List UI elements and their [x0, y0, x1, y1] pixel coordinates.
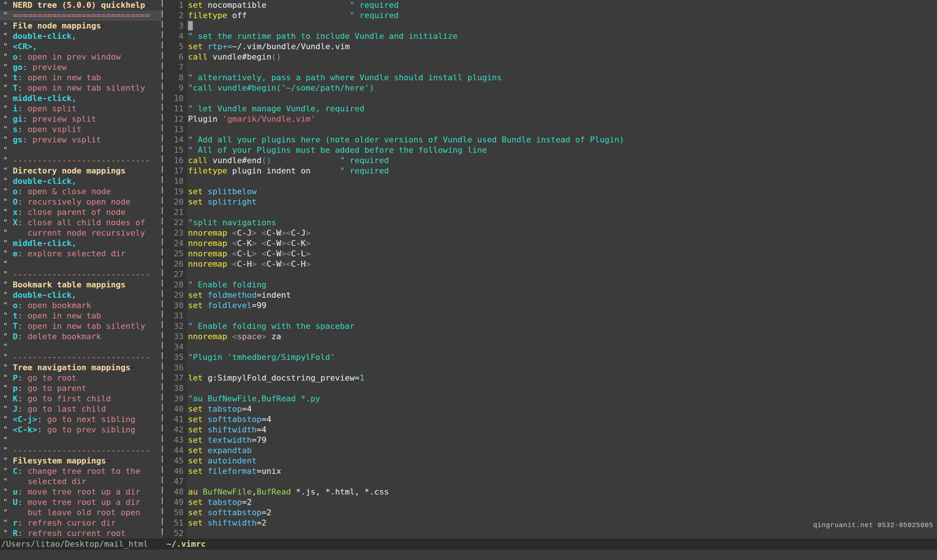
- nerdtree-help-line[interactable]: " File node mappings~: [0, 21, 162, 31]
- nerdtree-help-line[interactable]: " but leave old root open: [0, 508, 162, 518]
- nerdtree-help-line[interactable]: ": [0, 259, 162, 269]
- nerdtree-help-line[interactable]: " Bookmark table mappings~: [0, 280, 162, 290]
- code-line[interactable]: 18: [163, 176, 937, 186]
- code-line[interactable]: 21: [163, 207, 937, 217]
- nerdtree-help-line[interactable]: " <CR>,: [0, 42, 162, 52]
- code-line[interactable]: 35"Plugin 'tmhedberg/SimpylFold': [163, 352, 937, 363]
- nerdtree-help-line[interactable]: ": [0, 145, 162, 155]
- code-line[interactable]: 28" Enable folding: [163, 280, 937, 290]
- nerdtree-help-line[interactable]: " middle-click,: [0, 238, 162, 249]
- code-line[interactable]: 7: [163, 62, 937, 72]
- code-line[interactable]: 25nnoremap <C-L> <C-W><C-L>: [163, 249, 937, 259]
- code-line[interactable]: 38: [163, 383, 937, 394]
- code-line[interactable]: 9"call vundle#begin('~/some/path/here'): [163, 83, 937, 93]
- code-line[interactable]: 24nnoremap <C-K> <C-W><C-K>: [163, 238, 937, 249]
- code-line[interactable]: 23nnoremap <C-J> <C-W><C-J>: [163, 228, 937, 238]
- code-line[interactable]: 5set rtp+=~/.vim/bundle/Vundle.vim: [163, 42, 937, 52]
- code-line[interactable]: 6call vundle#begin(): [163, 52, 937, 62]
- nerdtree-help-line[interactable]: " o: open bookmark: [0, 300, 162, 311]
- nerdtree-help-line[interactable]: " s: open vsplit: [0, 124, 162, 135]
- nerdtree-help-line[interactable]: " p: go to parent: [0, 383, 162, 394]
- nerdtree-help-line[interactable]: " u: move tree root up a dir: [0, 487, 162, 497]
- code-line[interactable]: 27: [163, 269, 937, 280]
- code-line[interactable]: 20set splitright: [163, 197, 937, 207]
- code-line[interactable]: 22"split navigations: [163, 217, 937, 228]
- nerdtree-help-line[interactable]: " K: go to first child: [0, 394, 162, 404]
- nerdtree-help-line[interactable]: " gs: preview vsplit: [0, 135, 162, 145]
- code-line[interactable]: 26nnoremap <C-H> <C-W><C-H>: [163, 259, 937, 269]
- nerdtree-help-line[interactable]: " <C-j>: go to next sibling: [0, 414, 162, 425]
- nerdtree-help-line[interactable]: " double-click,: [0, 176, 162, 186]
- nerdtree-help-line[interactable]: ": [0, 435, 162, 445]
- code-line[interactable]: 42set shiftwidth=4: [163, 425, 937, 435]
- nerdtree-help-line[interactable]: " i: open split: [0, 103, 162, 114]
- nerdtree-help-line[interactable]: " double-click,: [0, 31, 162, 42]
- nerdtree-help-line[interactable]: " J: go to last child: [0, 404, 162, 414]
- nerdtree-help-line[interactable]: " x: close parent of node: [0, 207, 162, 217]
- code-line[interactable]: 37let g:SimpylFold_docstring_preview=1: [163, 373, 937, 383]
- nerdtree-help-line[interactable]: " selected dir: [0, 476, 162, 487]
- code-line[interactable]: 41set softtabstop=4: [163, 414, 937, 425]
- code-line[interactable]: 48au BufNewFile,BufRead *.js, *.html, *.…: [163, 487, 937, 497]
- code-line[interactable]: 10: [163, 93, 937, 103]
- nerdtree-help-line[interactable]: " r: refresh cursor dir: [0, 518, 162, 528]
- nerdtree-help-line[interactable]: " e: explore selected dir: [0, 249, 162, 259]
- code-line[interactable]: 11" let Vundle manage Vundle, required: [163, 103, 937, 114]
- code-line[interactable]: 14" Add all your plugins here (note olde…: [163, 135, 937, 145]
- code-line[interactable]: 44set expandtab: [163, 445, 937, 456]
- nerdtree-help-line[interactable]: " ----------------------------: [0, 269, 162, 280]
- code-line[interactable]: 45set autoindent: [163, 456, 937, 466]
- code-line[interactable]: 36: [163, 363, 937, 373]
- code-line[interactable]: 49set tabstop=2: [163, 497, 937, 508]
- code-line[interactable]: 1set nocompatible " required: [163, 0, 937, 10]
- code-line[interactable]: 50set softtabstop=2: [163, 508, 937, 518]
- code-line[interactable]: 31: [163, 311, 937, 321]
- code-line[interactable]: 32" Enable folding with the spacebar: [163, 321, 937, 331]
- code-line[interactable]: 2filetype off " required: [163, 10, 937, 21]
- nerdtree-help-line[interactable]: " P: go to root: [0, 373, 162, 383]
- nerdtree-help-line[interactable]: " t: open in new tab: [0, 311, 162, 321]
- nerdtree-help-line[interactable]: " R: refresh current root: [0, 528, 162, 538]
- nerdtree-help-line[interactable]: " Tree navigation mappings~: [0, 363, 162, 373]
- nerdtree-help-line[interactable]: " ----------------------------: [0, 445, 162, 456]
- nerdtree-help-line[interactable]: " Filesystem mappings~: [0, 456, 162, 466]
- nerdtree-help-line[interactable]: " current node recursively: [0, 228, 162, 238]
- code-line[interactable]: 33nnoremap <space> za: [163, 331, 937, 342]
- nerdtree-help-line[interactable]: " go: preview: [0, 62, 162, 72]
- nerdtree-help-line[interactable]: " X: close all child nodes of: [0, 217, 162, 228]
- nerdtree-help-line[interactable]: " T: open in new tab silently: [0, 83, 162, 93]
- code-line[interactable]: 43set textwidth=79: [163, 435, 937, 445]
- code-line[interactable]: 13: [163, 124, 937, 135]
- code-line[interactable]: 30set foldlevel=99: [163, 300, 937, 311]
- code-line[interactable]: 47: [163, 476, 937, 487]
- code-line[interactable]: 16call vundle#end() " required: [163, 155, 937, 166]
- code-line[interactable]: 34: [163, 342, 937, 352]
- nerdtree-help-line[interactable]: " C: change tree root to the: [0, 466, 162, 476]
- nerdtree-help-line[interactable]: " <C-k>: go to prev sibling: [0, 425, 162, 435]
- nerdtree-help-line[interactable]: ": [0, 342, 162, 352]
- nerdtree-help-line[interactable]: " ============================: [0, 10, 162, 21]
- nerdtree-help-line[interactable]: " ----------------------------: [0, 352, 162, 363]
- code-line[interactable]: 12Plugin 'gmarik/Vundle.vim': [163, 114, 937, 124]
- command-line[interactable]: [0, 550, 937, 560]
- code-line[interactable]: 15" All of your Plugins must be added be…: [163, 145, 937, 155]
- code-line[interactable]: 19set splitbelow: [163, 186, 937, 197]
- nerdtree-help-line[interactable]: " O: recursively open node: [0, 197, 162, 207]
- nerdtree-help-line[interactable]: " t: open in new tab: [0, 72, 162, 83]
- code-line[interactable]: 29set foldmethod=indent: [163, 290, 937, 300]
- nerdtree-help-line[interactable]: " gi: preview split: [0, 114, 162, 124]
- code-line[interactable]: 4" set the runtime path to include Vundl…: [163, 31, 937, 42]
- nerdtree-help-line[interactable]: " o: open in prev window: [0, 52, 162, 62]
- code-line[interactable]: 46set fileformat=unix: [163, 466, 937, 476]
- code-line[interactable]: 39"au BufNewFile,BufRead *.py: [163, 394, 937, 404]
- nerdtree-help-line[interactable]: " NERD tree (5.0.0) quickhelp~: [0, 0, 162, 10]
- code-line[interactable]: 8" alternatively, pass a path where Vund…: [163, 72, 937, 83]
- nerdtree-help-line[interactable]: " D: delete bookmark: [0, 331, 162, 342]
- nerdtree-help-line[interactable]: " Directory node mappings~: [0, 166, 162, 176]
- code-line[interactable]: 40set tabstop=4: [163, 404, 937, 414]
- nerdtree-help-line[interactable]: " ----------------------------: [0, 155, 162, 166]
- nerdtree-help-line[interactable]: " middle-click,: [0, 93, 162, 103]
- code-line[interactable]: 17filetype plugin indent on " required: [163, 166, 937, 176]
- nerdtree-help-line[interactable]: " o: open & close node: [0, 186, 162, 197]
- nerdtree-help-line[interactable]: " U: move tree root up a dir: [0, 497, 162, 508]
